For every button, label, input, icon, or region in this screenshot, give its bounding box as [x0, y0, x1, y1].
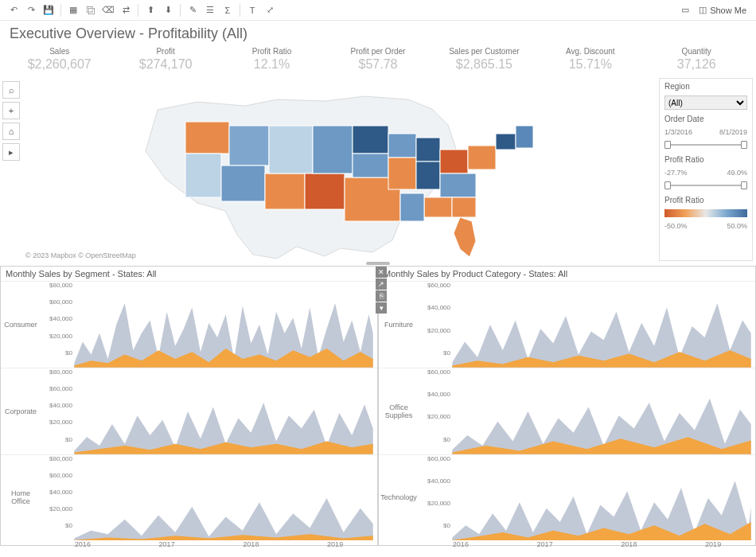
zoom-area-icon[interactable]: ▸	[2, 143, 20, 161]
sort-desc-icon[interactable]: ⬇	[159, 2, 177, 18]
dashboard-title: Executive Overview - Profitability (All)	[0, 21, 756, 44]
goto-sheet-icon[interactable]: ↗	[376, 278, 387, 290]
region-filter-dropdown[interactable]: (All)	[664, 95, 747, 110]
furniture-plot[interactable]: $60,000$40,000$20,000$0	[419, 282, 755, 368]
svg-rect-2	[229, 126, 269, 166]
orderdate-filter-label: Order Date	[664, 115, 747, 123]
new-sheet-icon[interactable]: ▦	[64, 2, 82, 18]
close-icon[interactable]: ✕	[376, 267, 387, 278]
svg-rect-6	[305, 173, 345, 209]
charts-row: ✕ ↗ ⎘ ▾ Monthly Sales by Segment - State…	[0, 266, 756, 546]
svg-rect-17	[440, 173, 476, 197]
kpi-profit[interactable]: Profit$274,170	[112, 47, 218, 72]
svg-rect-1	[185, 154, 221, 197]
zoom-in-icon[interactable]: +	[2, 102, 20, 119]
svg-rect-21	[496, 134, 516, 150]
save-icon[interactable]: 💾	[40, 2, 57, 18]
swap-icon[interactable]: ⇄	[117, 2, 134, 18]
keep-only-icon[interactable]: ⎘	[376, 290, 387, 302]
svg-rect-9	[353, 126, 388, 154]
highlight-icon[interactable]: ✎	[184, 2, 201, 18]
category-chart-title: Monthly Sales by Product Category - Stat…	[379, 267, 755, 282]
kpi-row: Sales$2,260,607 Profit$274,170 Profit Ra…	[0, 44, 756, 78]
svg-rect-0	[185, 122, 229, 154]
kpi-quantity[interactable]: Quantity37,126	[644, 47, 750, 72]
segment-chart-panel[interactable]: ✕ ↗ ⎘ ▾ Monthly Sales by Segment - State…	[0, 266, 378, 546]
profitratio-color-legend	[664, 209, 747, 217]
svg-rect-10	[353, 154, 388, 177]
labels-icon[interactable]: T	[244, 2, 261, 18]
duplicate-icon[interactable]: ⿻	[82, 2, 99, 18]
profit-ratio-map[interactable]: © 2023 Mapbox © OpenStreetMap	[22, 78, 659, 261]
kpi-sales[interactable]: Sales$2,260,607	[6, 47, 112, 72]
fit-icon[interactable]: ⤢	[261, 2, 279, 18]
undo-icon[interactable]: ↶	[5, 2, 22, 18]
kpi-profit-ratio[interactable]: Profit Ratio12.1%	[219, 47, 325, 72]
profitratio-color-label: Profit Ratio	[664, 196, 747, 204]
segment-x-axis: 2016201720182019	[1, 540, 377, 548]
app-toolbar: ↶ ↷ 💾 ▦ ⿻ ⌫ ⇄ ⬆ ⬇ ✎ ☰ Σ T ⤢ ▭ ◫Show Me	[0, 0, 756, 21]
row-label-corporate: Corporate	[1, 368, 41, 454]
redo-icon[interactable]: ↷	[22, 2, 40, 18]
presentation-icon[interactable]: ▭	[676, 2, 694, 18]
svg-rect-11	[388, 134, 416, 158]
home-office-plot[interactable]: $80,000$60,000$40,000$20,000$0	[41, 455, 377, 541]
clear-icon[interactable]: ⌫	[99, 2, 117, 18]
search-icon[interactable]: ⌕	[2, 81, 20, 99]
zoom-home-icon[interactable]: ⌂	[2, 123, 20, 140]
map-attribution: © 2023 Mapbox © OpenStreetMap	[25, 251, 136, 259]
svg-rect-5	[269, 126, 313, 173]
region-filter-label: Region	[664, 82, 747, 91]
segment-chart-title: Monthly Sales by Segment - States: All	[1, 267, 377, 282]
kpi-avg-discount[interactable]: Avg. Discount15.71%	[537, 47, 643, 72]
office-supplies-plot[interactable]: $60,000$40,000$20,000$0	[419, 368, 755, 454]
svg-rect-15	[440, 150, 468, 173]
svg-rect-18	[424, 197, 452, 217]
svg-rect-14	[416, 162, 440, 189]
profitratio-slider[interactable]	[664, 181, 747, 191]
row-label-technology: Technology	[379, 455, 419, 541]
group-icon[interactable]: ☰	[201, 2, 219, 18]
svg-rect-13	[416, 138, 440, 162]
svg-rect-7	[313, 126, 353, 173]
row-label-consumer: Consumer	[1, 282, 41, 368]
svg-rect-22	[516, 126, 533, 148]
map-tool-column: ⌕ + ⌂ ▸	[0, 78, 22, 261]
panel-toolbar: ✕ ↗ ⎘ ▾	[376, 267, 387, 314]
svg-rect-4	[265, 173, 305, 209]
totals-icon[interactable]: Σ	[219, 2, 236, 18]
orderdate-slider[interactable]	[664, 141, 747, 150]
svg-rect-3	[221, 166, 265, 201]
filter-icon[interactable]: ▾	[376, 302, 387, 314]
filter-panel: Region (All) Order Date 1/3/20168/1/2019…	[659, 78, 753, 261]
category-x-axis: 2016201720182019	[379, 540, 755, 548]
kpi-sales-per-customer[interactable]: Sales per Customer$2,865.15	[431, 47, 537, 72]
svg-rect-12	[388, 158, 416, 189]
row-label-office-supplies: Office Supplies	[379, 368, 419, 454]
consumer-plot[interactable]: $80,000$60,000$40,000$20,000$0	[41, 282, 377, 368]
showme-button[interactable]: ◫Show Me	[694, 3, 751, 17]
svg-rect-19	[452, 197, 476, 217]
corporate-plot[interactable]: $80,000$60,000$40,000$20,000$0	[41, 368, 377, 454]
kpi-profit-per-order[interactable]: Profit per Order$57.78	[325, 47, 431, 72]
profitratio-filter-label: Profit Ratio	[664, 155, 747, 164]
category-chart-panel[interactable]: Monthly Sales by Product Category - Stat…	[378, 266, 756, 546]
map-section: ⌕ + ⌂ ▸	[0, 78, 756, 261]
svg-rect-20	[400, 193, 424, 221]
technology-plot[interactable]: $60,000$40,000$20,000$0	[419, 455, 755, 541]
row-label-home-office: Home Office	[1, 455, 41, 541]
sort-asc-icon[interactable]: ⬆	[142, 2, 159, 18]
svg-rect-16	[468, 146, 496, 169]
